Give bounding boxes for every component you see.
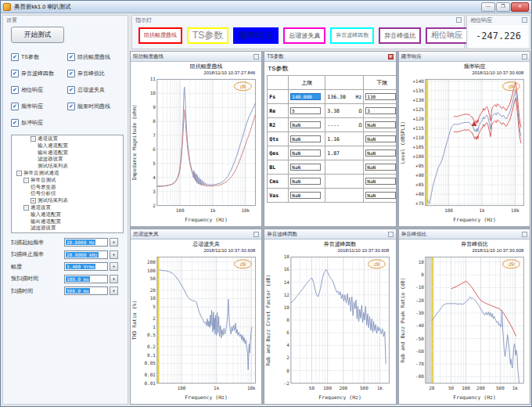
param-input[interactable]: 100.0 ms: [64, 275, 108, 283]
ts-upper-limit-input[interactable]: 5: [290, 107, 321, 114]
tree-item[interactable]: 测试结果列表: [12, 163, 123, 170]
restore-icon[interactable]: [253, 54, 259, 59]
param-input[interactable]: 500.0 ms: [64, 286, 108, 295]
ts-lower-limit-input[interactable]: NaN: [365, 135, 395, 142]
dropdown-arrow-icon[interactable]: ▼: [110, 286, 118, 295]
close-icon[interactable]: ✕: [511, 2, 529, 12]
param-input[interactable]: 3.400 Vrms: [64, 262, 108, 271]
channel-tree[interactable]: -通道设置输入通道配置输出通道配置滤波器设置测试结果列表-异常音测试通道-异常音…: [11, 135, 124, 233]
indicator-light[interactable]: TS参数: [187, 27, 228, 44]
svg-text:100: 100: [444, 207, 453, 213]
minimize-button[interactable]: —: [481, 2, 495, 12]
indicator-light[interactable]: 异音峰值比: [379, 27, 421, 44]
checkbox-item[interactable]: ✔TS参数: [11, 53, 67, 61]
tree-collapse-icon[interactable]: -: [16, 171, 22, 176]
checkbox[interactable]: ✔: [67, 103, 75, 110]
indicator-light[interactable]: 相位响应: [426, 27, 468, 44]
ts-lower-limit-input[interactable]: NaN: [365, 192, 395, 199]
restore-icon[interactable]: [388, 232, 394, 237]
tree-item[interactable]: -通道设置: [12, 204, 123, 211]
checkbox[interactable]: ✔: [11, 70, 19, 77]
checkbox[interactable]: ✔: [11, 103, 19, 110]
ts-upper-limit-input[interactable]: NaN: [290, 135, 321, 142]
tree-collapse-icon[interactable]: -: [23, 178, 29, 183]
ts-lower-limit-input[interactable]: NaN: [365, 149, 395, 157]
restore-icon[interactable]: [456, 17, 462, 23]
svg-text:-60: -60: [415, 348, 424, 354]
tree-item[interactable]: +测试结果列表: [12, 197, 123, 204]
indicator-light[interactable]: 频率响应: [233, 27, 279, 44]
checkbox-item[interactable]: ✔相位响应: [11, 86, 67, 94]
restore-icon[interactable]: [522, 17, 527, 23]
indicator-light[interactable]: 异音波峰因数: [330, 27, 374, 44]
maximize-button[interactable]: ❐: [496, 2, 510, 12]
panel-title: 异音波峰因数: [267, 231, 297, 238]
checkbox-item[interactable]: ✔频率响应: [11, 103, 67, 110]
restore-icon[interactable]: [522, 232, 527, 237]
tree-item[interactable]: -通道设置: [12, 135, 123, 142]
restore-icon[interactable]: [253, 232, 259, 237]
ts-lower-limit-input[interactable]: NaN: [365, 178, 395, 185]
tree-item[interactable]: 输入通道配置: [12, 211, 123, 218]
tree-item[interactable]: 输入通道配置: [12, 142, 123, 149]
tree-item[interactable]: 输出通道配置: [12, 218, 123, 225]
checkbox-item[interactable]: ✔阻抗幅度曲线: [67, 53, 124, 61]
tree-item[interactable]: 信号分析仪: [12, 190, 123, 197]
svg-text:THD Ratio (%): THD Ratio (%): [131, 301, 138, 340]
panel-header[interactable]: 频率响应: [399, 52, 530, 62]
checkbox-item[interactable]: ✔脉冲响应: [11, 119, 67, 127]
panel-header[interactable]: 异音波峰因数: [264, 229, 395, 240]
param-input[interactable]: 20.0000 kHz: [64, 250, 108, 259]
tree-collapse-icon[interactable]: -: [31, 136, 36, 142]
dropdown-arrow-icon[interactable]: ▼: [110, 238, 118, 247]
panel-header[interactable]: 异音峰值比: [399, 229, 530, 240]
svg-text:异音波峰因数: 异音波峰因数: [324, 241, 357, 247]
ts-lower-limit-input[interactable]: 130: [365, 93, 395, 100]
checkbox[interactable]: ✔: [11, 119, 19, 127]
tree-item-label: 测试结果列表: [38, 197, 68, 204]
ts-upper-limit-input[interactable]: NaN: [290, 121, 321, 128]
panel-header[interactable]: 总谐波失真: [131, 229, 261, 240]
tree-collapse-icon[interactable]: -: [23, 205, 29, 211]
ts-param-name: Fs: [269, 94, 275, 100]
checkbox[interactable]: ✔: [67, 86, 75, 94]
ts-lower-limit-input[interactable]: 3: [365, 107, 395, 114]
tree-item[interactable]: 滤波器设置: [12, 225, 123, 232]
checkbox[interactable]: ✔: [67, 53, 75, 61]
checkbox-item[interactable]: ✔能量时间曲线: [67, 103, 124, 110]
ts-upper-limit-input[interactable]: 140.000: [290, 93, 321, 100]
ts-upper-limit-input[interactable]: NaN: [290, 178, 321, 185]
panel-header[interactable]: TS参数✕: [264, 52, 395, 62]
indicator-light[interactable]: 阻抗幅度曲线: [138, 27, 182, 44]
checkbox[interactable]: ✔: [11, 86, 19, 94]
ts-upper-limit-input[interactable]: NaN: [290, 149, 321, 157]
ts-lower-limit-input[interactable]: NaN: [365, 164, 395, 171]
checkbox[interactable]: ✔: [67, 70, 75, 77]
tree-item[interactable]: 信号发生器: [12, 184, 123, 191]
tree-item[interactable]: 输出通道配置: [12, 149, 123, 157]
param-input[interactable]: 20.0000 Hz: [64, 238, 108, 247]
tree-item[interactable]: -异常音测试: [12, 177, 123, 184]
start-test-button[interactable]: 开始测试: [11, 27, 64, 43]
restore-icon[interactable]: [522, 54, 527, 59]
titlebar[interactable]: 奥普新kk1.0 喇叭测试 — ❐ ✕: [1, 1, 531, 13]
ts-upper-limit-input[interactable]: NaN: [290, 192, 321, 199]
tree-item[interactable]: 滤波器设置: [12, 156, 123, 163]
panel-header[interactable]: 阻抗幅度曲线: [131, 52, 261, 62]
close-icon[interactable]: ✕: [388, 54, 394, 59]
ts-lower-limit-input[interactable]: NaN: [365, 121, 395, 128]
checkbox-item[interactable]: ✔总谐波失真: [67, 86, 124, 94]
checkbox-item[interactable]: ✔异音峰值比: [67, 70, 124, 77]
checkbox[interactable]: ✔: [11, 53, 19, 61]
param-row: 幅度3.400 Vrms▼: [11, 261, 125, 273]
dropdown-arrow-icon[interactable]: ▼: [110, 262, 118, 271]
tree-item[interactable]: -异常音测试通道: [12, 170, 123, 177]
dropdown-arrow-icon[interactable]: ▼: [110, 275, 118, 283]
checkbox-item[interactable]: ✔异音波峰因数: [11, 70, 67, 77]
tree-expand-icon[interactable]: +: [31, 198, 36, 204]
indicator-light[interactable]: 总谐波失真: [283, 27, 325, 44]
ts-upper-limit-input[interactable]: NaN: [290, 164, 321, 171]
settings-panel: 设置 开始测试 ✔TS参数✔阻抗幅度曲线✔异音波峰因数✔异音峰值比✔相位响应✔总…: [2, 15, 128, 405]
ts-parameters-table: 上限下限Fs140.000136.30Hz130Re53.38Ω3R2NaN--…: [267, 75, 395, 203]
dropdown-arrow-icon[interactable]: ▼: [110, 250, 118, 259]
